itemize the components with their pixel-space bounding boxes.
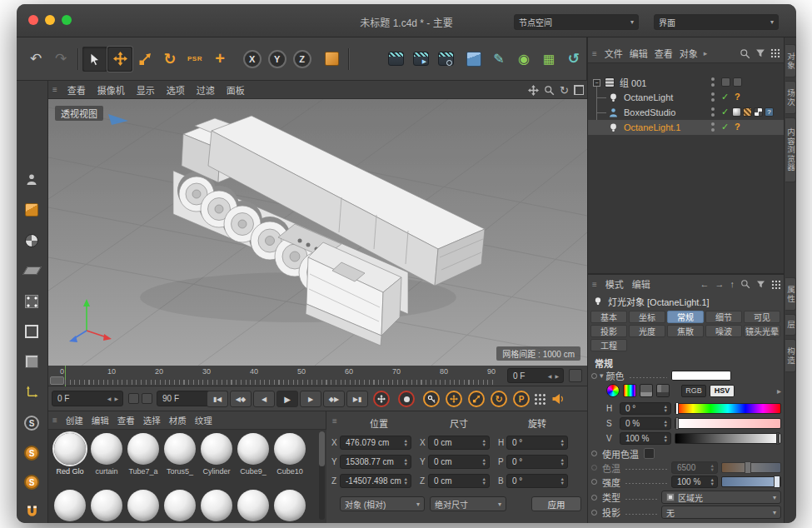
render-settings-button[interactable] bbox=[433, 47, 458, 72]
om-menu-edit[interactable]: 编辑 bbox=[626, 47, 651, 60]
unknown-tag-icon[interactable]: ? bbox=[765, 107, 774, 117]
redo-button[interactable]: ↷ bbox=[48, 47, 73, 72]
key-rotation-button[interactable]: ↻ bbox=[491, 391, 507, 407]
layer-toggle-icon[interactable] bbox=[721, 77, 730, 87]
filter-funnel-icon[interactable] bbox=[755, 48, 765, 58]
position-mode-dropdown[interactable]: 对象 (相对)▾ bbox=[340, 496, 425, 511]
lock-y-axis-button[interactable]: Y bbox=[265, 47, 290, 72]
tab-shadow[interactable]: 投影 bbox=[590, 325, 627, 337]
light-type-dropdown[interactable]: 区域光 ▾ bbox=[661, 491, 781, 504]
hsv-mode-button[interactable]: HSV bbox=[710, 385, 735, 397]
material-item[interactable]: Cube10 bbox=[271, 433, 308, 476]
panel-grip-icon[interactable]: ≡ bbox=[48, 85, 62, 94]
workplane-mode-button[interactable] bbox=[22, 262, 41, 280]
stepper-icon[interactable]: ▲▼ bbox=[404, 439, 408, 446]
tab-visibility[interactable]: 可见 bbox=[744, 311, 780, 323]
expander-icon[interactable]: − bbox=[593, 79, 600, 87]
panel-grip-icon[interactable]: ≡ bbox=[588, 280, 601, 289]
materials-menu-edit[interactable]: 编辑 bbox=[87, 414, 113, 426]
octane-tag-icon[interactable]: ? bbox=[735, 122, 740, 132]
slider-handle[interactable] bbox=[775, 476, 780, 487]
size-x-field[interactable]: 0 cm▲▼ bbox=[428, 436, 490, 450]
rotate-tool-button[interactable]: ↻ bbox=[157, 47, 182, 72]
viewport-menu-camera[interactable]: 摄像机 bbox=[92, 83, 131, 97]
search-icon[interactable] bbox=[740, 48, 750, 59]
color-swatch[interactable] bbox=[671, 371, 731, 381]
color-mixer-icon[interactable] bbox=[656, 384, 670, 397]
octane-tag-icon[interactable]: ? bbox=[735, 92, 740, 102]
stepper-icon[interactable]: ▲▼ bbox=[404, 477, 408, 485]
viewport-label[interactable]: 透视视图 bbox=[55, 106, 103, 121]
range-mini-button[interactable] bbox=[142, 393, 152, 404]
points-mode-button[interactable] bbox=[22, 292, 41, 311]
materials-menu-material[interactable]: 材质 bbox=[165, 414, 191, 426]
scrollbar-thumb[interactable] bbox=[319, 431, 325, 466]
viewport-menu-options[interactable]: 选项 bbox=[161, 83, 191, 97]
material-sphere[interactable] bbox=[91, 490, 122, 521]
animation-dot-icon[interactable] bbox=[591, 373, 597, 379]
viewport-menu-view[interactable]: 查看 bbox=[62, 83, 92, 97]
previous-frame-button[interactable]: ◀ bbox=[253, 391, 275, 407]
edges-mode-button[interactable] bbox=[22, 322, 41, 341]
position-x-field[interactable]: 476.079 cm▲▼ bbox=[340, 436, 411, 450]
visibility-dots[interactable] bbox=[711, 92, 715, 102]
stepper-icon[interactable]: ▲▼ bbox=[482, 458, 486, 466]
autokey-button[interactable] bbox=[398, 391, 415, 407]
tab-lens-flare[interactable]: 镜头光晕 bbox=[744, 325, 780, 337]
reset-loop-button[interactable]: ↺ bbox=[561, 47, 586, 72]
am-menu-edit[interactable]: 编辑 bbox=[628, 277, 655, 291]
material-item[interactable]: curtain bbox=[88, 433, 125, 476]
previous-key-button[interactable]: ◀◆ bbox=[230, 391, 252, 407]
slider-marker[interactable] bbox=[777, 433, 779, 444]
stepper-right-icon[interactable]: ▶ bbox=[553, 373, 560, 379]
zoom-view-icon[interactable] bbox=[544, 85, 555, 96]
polygons-mode-button[interactable] bbox=[22, 352, 41, 371]
up-arrow-icon[interactable]: ↑ bbox=[730, 279, 735, 289]
stepper-icon[interactable]: ▲▼ bbox=[560, 458, 565, 466]
slider-handle[interactable] bbox=[745, 462, 750, 473]
viewport-menu-filter[interactable]: 过滤 bbox=[191, 83, 221, 97]
apply-button[interactable]: 应用 bbox=[531, 496, 581, 511]
dock-tab-structure[interactable]: 构造 bbox=[785, 339, 796, 372]
range-mini-button[interactable] bbox=[128, 393, 139, 404]
layout-grid-icon[interactable] bbox=[771, 280, 780, 289]
s-value-field[interactable]: 0 %▲▼ bbox=[620, 417, 671, 430]
color-wheel-icon[interactable] bbox=[606, 384, 620, 397]
viewport-menu-panel[interactable]: 面板 bbox=[221, 83, 251, 97]
stepper-icon[interactable]: ▲▼ bbox=[482, 439, 486, 446]
dock-tab-objects[interactable]: 对象 bbox=[785, 44, 796, 77]
axis-tool-button[interactable]: + bbox=[207, 47, 232, 72]
frame-spinner-field[interactable]: 0 F ◀ ▶ bbox=[507, 368, 564, 383]
object-name[interactable]: 组 001 bbox=[620, 76, 646, 89]
tab-general[interactable]: 常规 bbox=[667, 311, 704, 323]
forward-arrow-icon[interactable]: → bbox=[715, 279, 725, 289]
slider-marker[interactable] bbox=[676, 403, 678, 414]
materials-menu-view[interactable]: 查看 bbox=[113, 414, 139, 426]
lock-z-axis-button[interactable]: Z bbox=[290, 47, 315, 72]
material-item[interactable]: Cube9_ bbox=[235, 433, 271, 476]
object-name[interactable]: BoxedStudio bbox=[624, 107, 675, 117]
material-sphere[interactable] bbox=[54, 490, 86, 521]
coordinate-system-button[interactable] bbox=[319, 47, 344, 72]
color-picture-icon[interactable] bbox=[640, 384, 653, 397]
checker-tag-icon[interactable] bbox=[754, 107, 763, 117]
brightness-slider[interactable] bbox=[675, 433, 781, 444]
dock-tab-layers[interactable]: 层 bbox=[785, 314, 796, 336]
solo-off-button[interactable]: S bbox=[22, 414, 41, 432]
panel-grip-icon[interactable]: ≡ bbox=[328, 416, 341, 426]
stepper-icon[interactable]: ▲▼ bbox=[482, 477, 486, 485]
material-item[interactable]: Cylinder bbox=[198, 433, 235, 476]
material-sphere[interactable] bbox=[274, 490, 306, 521]
animation-dot-icon[interactable] bbox=[591, 510, 597, 516]
goto-start-button[interactable]: ▮◀ bbox=[207, 391, 228, 407]
materials-menu-create[interactable]: 创建 bbox=[62, 414, 87, 426]
stepper-icon[interactable]: ▲▼ bbox=[664, 420, 668, 427]
temperature-field[interactable]: 6500▲▼ bbox=[671, 461, 718, 474]
hue-slider[interactable] bbox=[675, 403, 781, 414]
layout-grid-icon[interactable] bbox=[770, 48, 780, 58]
animation-dot-icon[interactable] bbox=[591, 495, 597, 501]
h-value-field[interactable]: 0 °▲▼ bbox=[620, 402, 671, 415]
enabled-check-icon[interactable]: ✓ bbox=[721, 92, 729, 102]
cloner-array-button[interactable]: ▦ bbox=[536, 47, 561, 72]
stepper-icon[interactable]: ▲▼ bbox=[710, 478, 715, 486]
